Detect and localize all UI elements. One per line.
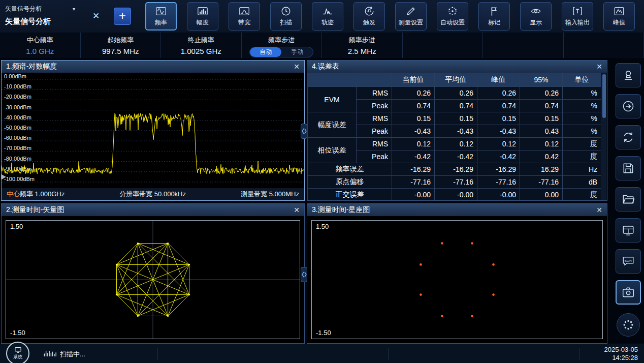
error-table-cell: 0.00	[520, 189, 563, 201]
scrollbar-thumb[interactable]	[602, 74, 606, 118]
setting-stop-freq[interactable]: 终止频率1.0025 GHz	[161, 33, 242, 58]
spectrum-trace: 0.00dBm-10.00dBm-20.00dBm-30.00dBm-40.00…	[2, 73, 304, 188]
svg-text:-100.00dBm: -100.00dBm	[4, 176, 35, 182]
toolbar-button-sweep[interactable]: 扫描	[270, 2, 302, 31]
setting-empty-cell	[483, 33, 564, 58]
error-table-cell: 0.15	[520, 112, 563, 125]
close-icon[interactable]: ✕	[596, 206, 602, 214]
close-icon[interactable]: ✕	[294, 206, 300, 214]
window-layout-icon	[622, 224, 635, 237]
toolbar-button-trace[interactable]: 轨迹	[312, 2, 343, 31]
sidebar-button-window-layout[interactable]	[616, 218, 641, 243]
toolbar-button-label: 峰值	[613, 18, 625, 27]
marker-icon	[489, 6, 500, 17]
error-table-cell: %	[563, 125, 601, 138]
panel-constellation: 3.测量时间-星座图 ✕ 1.50 -1.50	[307, 203, 607, 344]
setting-empty-cell	[564, 33, 644, 58]
close-mode-button[interactable]: ✕	[92, 11, 100, 21]
sidebar-button-preset[interactable]	[616, 63, 641, 87]
system-button-label: 系统	[13, 354, 22, 360]
main-toolbar: 频率幅度带宽扫描轨迹触发测量设置自动设置标记显示输入输出峰值	[145, 2, 635, 31]
toolbar-button-input-output[interactable]: 输入输出	[562, 2, 593, 31]
error-table-cell: 0.26	[477, 87, 520, 100]
splitter-handle[interactable]	[301, 267, 307, 282]
toolbar-button-bandwidth[interactable]: 带宽	[229, 2, 260, 31]
setting-label: 频率步进	[242, 36, 322, 45]
settings-wheel-icon	[622, 318, 635, 331]
error-table-cell: 0.26	[392, 87, 435, 100]
system-button[interactable]: 系统	[6, 342, 29, 363]
constellation-plot-area[interactable]: 1.50 -1.50	[307, 216, 607, 343]
spectrum-plot[interactable]: 0.00dBm-10.00dBm-20.00dBm-30.00dBm-40.00…	[2, 73, 304, 188]
toolbar-button-amplitude[interactable]: 幅度	[187, 2, 218, 31]
toolbar-button-label: 扫描	[280, 18, 292, 27]
error-table-scrollbar[interactable]	[602, 73, 606, 200]
toggle-option[interactable]: 自动	[250, 47, 281, 57]
status-bar: 系统 扫描中... 2025-03-05 14:25:28	[0, 344, 644, 363]
error-table-header-row: 当前值平均值峰值95%单位	[308, 73, 601, 87]
panel-title: 3.测量时间-星座图	[312, 205, 370, 215]
sidebar-button-scpi[interactable]: SCPI	[616, 249, 641, 274]
error-table-row: 相位误差RMS0.120.120.120.12度	[308, 138, 601, 150]
panel-title: 4.误差表	[312, 62, 339, 71]
error-table-cell: -16.29	[392, 163, 435, 176]
error-table-cell: 度	[563, 150, 601, 163]
y-max-label: 1.50	[10, 223, 23, 230]
toolbar-button-auto-setup[interactable]: 自动设置	[437, 2, 468, 31]
error-table-cell: -77.16	[520, 176, 563, 189]
vsa-application: 矢量信号分析 ▾ 矢量信号分析 ✕ + 频率幅度带宽扫描轨迹触发测量设置自动设置…	[0, 0, 644, 363]
error-table-cell: 16.29	[520, 163, 563, 176]
error-table-cell: -0.00	[435, 189, 477, 201]
sidebar-button-restart[interactable]	[616, 125, 641, 149]
error-table-cell: -0.42	[392, 150, 435, 163]
toolbar-button-trigger[interactable]: 触发	[353, 2, 385, 31]
panel-vector-titlebar[interactable]: 2.测量时间-矢量图 ✕	[2, 204, 304, 216]
error-table-row: 幅度误差RMS0.150.150.150.15%	[308, 112, 601, 125]
sidebar-button-run[interactable]	[616, 94, 641, 118]
sidebar-button-screenshot[interactable]	[616, 280, 641, 305]
error-table: 当前值平均值峰值95%单位 EVMRMS0.260.260.260.26%Pea…	[307, 73, 601, 200]
splitter-handle[interactable]	[301, 124, 307, 139]
setting-freq-step[interactable]: 频率步进2.5 MHz	[322, 33, 403, 58]
add-mode-button[interactable]: +	[114, 8, 131, 25]
setting-start-freq[interactable]: 起始频率997.5 MHz	[81, 33, 162, 58]
panel-error-table-titlebar[interactable]: 4.误差表 ✕	[307, 60, 607, 73]
mode-selector[interactable]: 矢量信号分析 ▾ 矢量信号分析	[5, 5, 86, 26]
sidebar-button-save[interactable]	[616, 156, 641, 180]
error-table-cell: 频率误差	[308, 163, 392, 176]
error-table-cell: 0.74	[435, 100, 477, 112]
error-table-cell: 正交误差	[308, 189, 392, 201]
toolbar-button-marker[interactable]: 标记	[478, 2, 510, 31]
close-icon[interactable]: ✕	[596, 63, 602, 71]
toolbar-button-label: 显示	[530, 18, 542, 27]
toolbar-button-measure-setup[interactable]: 测量设置	[395, 2, 427, 31]
error-table-cell: Peak	[357, 100, 392, 112]
error-table-cell: -0.42	[435, 150, 477, 163]
panel-constellation-titlebar[interactable]: 3.测量时间-星座图 ✕	[307, 204, 607, 216]
close-icon[interactable]: ✕	[294, 63, 300, 71]
bandwidth-icon	[239, 6, 250, 17]
error-table-cell: %	[563, 100, 601, 112]
toolbar-button-frequency[interactable]: 频率	[145, 2, 177, 31]
error-table-cell: -77.16	[477, 176, 520, 189]
sidebar-button-open[interactable]	[616, 187, 641, 211]
error-table-cell: 0.15	[477, 112, 520, 125]
screenshot-icon	[622, 286, 635, 299]
setting-center-freq[interactable]: 中心频率1.0 GHz	[0, 33, 81, 58]
error-table-header: 平均值	[435, 73, 477, 87]
frequency-settings-bar: 中心频率1.0 GHz起始频率997.5 MHz终止频率1.0025 GHz频率…	[0, 33, 644, 58]
panel-spectrum-titlebar[interactable]: 1.频谱-对数幅度 ✕	[2, 60, 304, 73]
save-icon	[622, 162, 635, 175]
toolbar-button-peak[interactable]: 峰值	[603, 2, 635, 31]
sidebar-button-settings-wheel[interactable]	[617, 313, 640, 337]
toggle-option[interactable]: 手动	[281, 47, 313, 57]
svg-text:-70.00dBm: -70.00dBm	[4, 145, 31, 151]
toolbar-button-display[interactable]: 显示	[520, 2, 552, 31]
svg-text:-60.00dBm: -60.00dBm	[4, 135, 31, 141]
vector-plot-area[interactable]: 1.50 -1.50	[2, 216, 304, 343]
freq-step-mode-toggle[interactable]: 自动手动	[249, 47, 313, 57]
error-table-header-blank	[308, 73, 392, 87]
error-table-cell: -0.43	[392, 125, 435, 138]
error-table-cell: 相位误差	[308, 138, 357, 163]
setting-freq-step-mode[interactable]: 频率步进自动手动	[242, 33, 323, 58]
